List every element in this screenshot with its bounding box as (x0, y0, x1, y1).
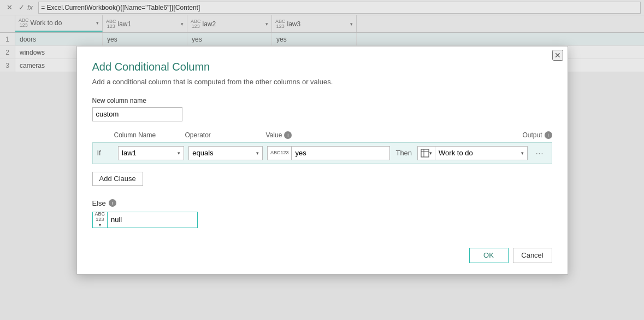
dialog-description: Add a conditional column that is compute… (92, 78, 552, 86)
else-type-button[interactable]: ABC 123 ▾ (92, 212, 108, 228)
operator-header: Operator (185, 131, 266, 139)
dialog-heading: Add Conditional Column (92, 61, 552, 73)
operator-value: equals (192, 149, 213, 157)
if-label: If (97, 149, 119, 157)
table-icon (421, 149, 429, 158)
else-info-icon[interactable]: i (109, 199, 116, 207)
else-section: Else i ABC 123 ▾ (92, 199, 552, 228)
operator-dropdown[interactable]: equals ▾ (188, 146, 263, 160)
value-header: Value i (266, 131, 292, 139)
more-options-button[interactable]: ··· (532, 146, 547, 160)
output-arrow: ▾ (517, 150, 524, 156)
value-input[interactable] (292, 146, 390, 160)
add-clause-button[interactable]: Add Clause (92, 172, 143, 186)
column-name-arrow: ▾ (173, 150, 180, 156)
output-dropdown[interactable]: Work to do ▾ (435, 146, 528, 160)
condition-row: If law1 ▾ equals ▾ ABC 123 Th (92, 142, 552, 164)
column-name-dropdown[interactable]: law1 ▾ (118, 146, 184, 160)
operator-arrow: ▾ (252, 150, 259, 156)
dialog-footer: OK Cancel (77, 241, 568, 274)
value-type-button[interactable]: ABC 123 (267, 146, 292, 160)
else-label: Else i (92, 199, 552, 207)
ok-button[interactable]: OK (469, 248, 509, 263)
condition-headers: Column Name Operator Value i Output i (92, 131, 552, 139)
cancel-button[interactable]: Cancel (513, 248, 552, 263)
new-column-field: New column name (92, 97, 552, 121)
output-info-icon[interactable]: i (545, 131, 552, 139)
output-type-button[interactable]: ▾ (417, 146, 435, 160)
column-name-header: Column Name (114, 131, 185, 139)
dialog-title-bar: ✕ (77, 46, 568, 61)
new-column-label: New column name (92, 97, 552, 104)
dialog: ✕ Add Conditional Column Add a condition… (76, 46, 568, 275)
svg-rect-0 (421, 149, 429, 157)
new-column-input[interactable] (92, 107, 182, 121)
value-info-icon[interactable]: i (284, 131, 292, 139)
else-value-input[interactable] (108, 212, 198, 228)
output-header: Output i (522, 131, 552, 139)
dialog-overlay: ✕ Add Conditional Column Add a condition… (0, 0, 644, 320)
then-label: Then (395, 149, 412, 157)
column-name-value: law1 (122, 149, 137, 157)
dialog-close-button[interactable]: ✕ (552, 50, 563, 61)
output-value: Work to do (439, 149, 473, 157)
dialog-body: Add Conditional Column Add a conditional… (77, 61, 568, 241)
else-input-row: ABC 123 ▾ (92, 212, 552, 228)
